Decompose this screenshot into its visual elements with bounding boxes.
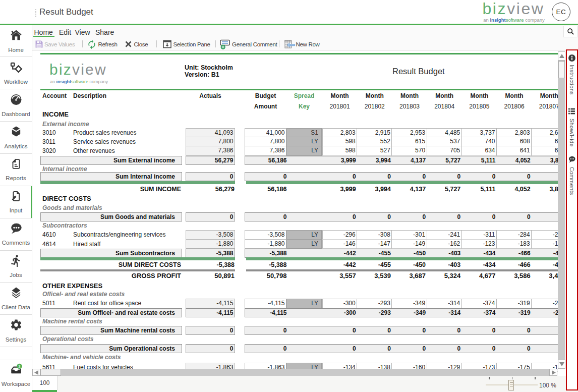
svg-text:3: 3 <box>18 364 21 368</box>
